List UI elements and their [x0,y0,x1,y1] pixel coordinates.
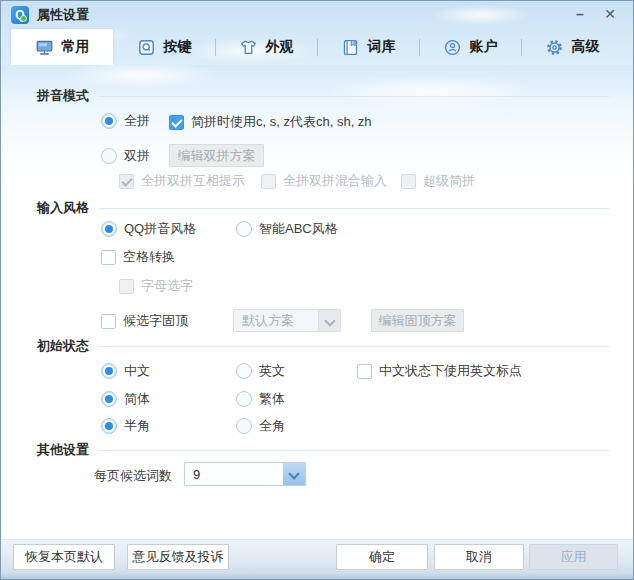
candidate-pin-checkbox-group[interactable]: 候选字固顶 [101,312,188,330]
candidates-per-page-select[interactable]: 9 [184,462,306,486]
half-width-radio[interactable] [101,418,117,434]
tab-label: 账户 [470,38,498,56]
section-heading: 输入风格 [37,199,89,217]
settings-dialog: Q 属性设置 – ✕ 常用 [0,0,634,580]
feedback-button[interactable]: 意见反馈及投诉 [127,544,229,570]
letter-select-label: 字母选字 [141,277,193,295]
candidate-pin-label[interactable]: 候选字固顶 [123,312,188,330]
traditional-radio-group[interactable]: 繁体 [236,390,285,408]
chevron-down-icon [318,310,340,331]
simplified-radio-group[interactable]: 简体 [101,390,150,408]
cancel-button[interactable]: 取消 [434,544,524,570]
qq-style-radio-group[interactable]: QQ拼音风格 [101,220,196,238]
q-key-icon [137,38,156,57]
english-radio[interactable] [236,363,252,379]
shuangpin-hint-label: 全拼双拼互相提示 [141,172,245,190]
english-label[interactable]: 英文 [259,362,285,380]
divider [99,346,609,347]
half-width-label[interactable]: 半角 [124,417,150,435]
space-convert-label[interactable]: 空格转换 [123,248,175,266]
english-punct-checkbox-group[interactable]: 中文状态下使用英文标点 [357,362,522,380]
super-jianpin-label: 超级简拼 [423,172,475,190]
divider [99,96,609,97]
shuangpin-hint-checkbox-group: 全拼双拼互相提示 [119,172,245,190]
chinese-radio-group[interactable]: 中文 [101,362,150,380]
tab-label: 词库 [368,38,396,56]
letter-select-checkbox-group: 字母选字 [119,277,193,295]
section-initial-state: 初始状态 [37,337,609,355]
tab-bar: 常用 按键 外观 [11,29,623,65]
super-jianpin-checkbox [401,174,416,189]
space-convert-checkbox-group[interactable]: 空格转换 [101,248,175,266]
ok-button[interactable]: 确定 [336,544,428,570]
divider [99,450,609,451]
quanpin-radio-group[interactable]: 全拼 [101,112,150,130]
english-punct-checkbox[interactable] [357,364,372,379]
shuangpin-radio[interactable] [101,148,117,164]
dialog-footer: 恢复本页默认 意见反馈及投诉 确定 取消 应用 [1,539,633,579]
quanpin-label[interactable]: 全拼 [124,112,150,130]
space-convert-checkbox[interactable] [101,250,116,265]
chevron-down-icon[interactable] [283,463,305,485]
user-circle-icon [443,38,462,57]
full-width-radio[interactable] [236,418,252,434]
english-radio-group[interactable]: 英文 [236,362,285,380]
tab-account[interactable]: 账户 [419,29,521,65]
shuangpin-label[interactable]: 双拼 [124,147,150,165]
tab-label: 按键 [164,38,192,56]
abc-style-radio-group[interactable]: 智能ABC风格 [236,220,338,238]
section-heading: 其他设置 [37,441,89,459]
edit-shuangpin-button: 编辑双拼方案 [169,144,264,167]
jianpin-checkbox-group[interactable]: 简拼时使用c, s, z代表ch, sh, zh [169,113,372,131]
tab-label: 高级 [572,38,600,56]
mixed-input-checkbox-group: 全拼双拼混合输入 [261,172,387,190]
section-heading: 拼音模式 [37,87,89,105]
full-width-radio-group[interactable]: 全角 [236,417,285,435]
settings-content: 拼音模式 全拼 简拼时使用c, s, z代表ch, sh, zh 双拼 编辑双拼… [1,65,633,541]
tshirt-icon [239,38,258,57]
section-input-style: 输入风格 [37,199,609,217]
gear-icon [545,38,564,57]
shuangpin-radio-group[interactable]: 双拼 [101,147,150,165]
mixed-input-label: 全拼双拼混合输入 [283,172,387,190]
traditional-label[interactable]: 繁体 [259,390,285,408]
pin-scheme-select: 默认方案 [233,309,341,332]
edit-pin-button: 编辑固顶方案 [371,309,464,332]
candidates-per-page-value: 9 [185,463,283,485]
pin-scheme-value: 默认方案 [234,310,318,331]
half-width-radio-group[interactable]: 半角 [101,417,150,435]
jianpin-checkbox[interactable] [169,115,184,130]
titlebar: Q 属性设置 – ✕ [1,1,633,29]
english-punct-label[interactable]: 中文状态下使用英文标点 [379,362,522,380]
simplified-radio[interactable] [101,391,117,407]
apply-button: 应用 [529,544,618,570]
qq-style-label[interactable]: QQ拼音风格 [124,220,196,238]
traditional-radio[interactable] [236,391,252,407]
quanpin-radio[interactable] [101,113,117,129]
mixed-input-checkbox [261,174,276,189]
dialog-header: Q 属性设置 – ✕ 常用 [1,1,633,65]
full-width-label[interactable]: 全角 [259,417,285,435]
tab-dictionary[interactable]: 词库 [317,29,419,65]
abc-style-label[interactable]: 智能ABC风格 [259,220,338,238]
simplified-label[interactable]: 简体 [124,390,150,408]
monitor-icon [35,38,54,57]
qq-style-radio[interactable] [101,221,117,237]
jianpin-label[interactable]: 简拼时使用c, s, z代表ch, sh, zh [191,113,372,131]
tab-appearance[interactable]: 外观 [215,29,317,65]
close-button[interactable]: ✕ [595,1,625,27]
shuangpin-hint-checkbox [119,174,134,189]
section-other-settings: 其他设置 [37,441,609,459]
tab-general[interactable]: 常用 [11,29,113,65]
chinese-radio[interactable] [101,363,117,379]
divider [99,208,609,209]
abc-style-radio[interactable] [236,221,252,237]
tab-keys[interactable]: 按键 [113,29,215,65]
chinese-label[interactable]: 中文 [124,362,150,380]
candidate-pin-checkbox[interactable] [101,314,116,329]
tab-label: 外观 [266,38,294,56]
section-pinyin-mode: 拼音模式 [37,87,609,105]
tab-advanced[interactable]: 高级 [521,29,623,65]
restore-defaults-button[interactable]: 恢复本页默认 [13,544,115,570]
minimize-button[interactable]: – [565,1,595,27]
